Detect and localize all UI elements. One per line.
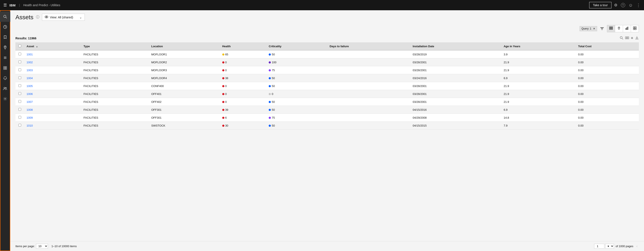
sidebar-item-team[interactable] <box>0 83 10 94</box>
add-icon[interactable]: + <box>631 36 633 41</box>
sidebar-item-settings[interactable] <box>0 94 10 104</box>
columns-icon[interactable] <box>625 36 629 41</box>
svg-point-11 <box>4 87 5 88</box>
col-header-installation-date[interactable]: Installation Date <box>410 42 501 50</box>
help-icon[interactable]: ? <box>621 3 625 7</box>
cell-asset-id[interactable]: 1001 <box>24 50 81 58</box>
cell-asset-id[interactable]: 1002 <box>24 58 81 66</box>
col-header-age[interactable]: Age in Years <box>501 42 576 50</box>
table-view-button[interactable] <box>607 25 615 32</box>
row-checkbox-cell[interactable] <box>16 50 24 58</box>
row-checkbox-cell[interactable] <box>16 90 24 98</box>
col-header-days-to-failure[interactable]: Days to failure <box>327 42 410 50</box>
row-checkbox-cell[interactable] <box>16 58 24 66</box>
filter-button[interactable] <box>599 25 605 32</box>
row-checkbox-cell[interactable] <box>16 122 24 130</box>
row-checkbox[interactable] <box>18 92 21 95</box>
row-checkbox[interactable] <box>18 124 21 127</box>
row-checkbox[interactable] <box>18 100 21 103</box>
col-header-type[interactable]: Type <box>81 42 148 50</box>
cell-asset-id[interactable]: 1005 <box>24 82 81 90</box>
cell-age: 7.9 <box>501 122 576 130</box>
asset-link[interactable]: 1007 <box>26 100 33 103</box>
col-header-location[interactable]: Location <box>148 42 220 50</box>
row-checkbox-cell[interactable] <box>16 106 24 114</box>
sidebar-item-history[interactable] <box>0 22 10 32</box>
cell-criticality: 75 <box>266 66 327 74</box>
settings-icon[interactable]: ⚙ <box>614 3 618 7</box>
svg-rect-23 <box>633 27 634 28</box>
select-all-header[interactable] <box>16 42 24 50</box>
items-per-page-select[interactable]: 10 20 50 100 <box>36 244 48 249</box>
export-icon[interactable] <box>635 36 639 41</box>
hamburger-menu[interactable]: ☰ <box>4 3 7 7</box>
cell-asset-id[interactable]: 1010 <box>24 122 81 130</box>
query-tag[interactable]: Query: 1 ✕ <box>580 26 597 31</box>
cell-asset-id[interactable]: 1006 <box>24 90 81 98</box>
map-view-button[interactable] <box>615 25 623 32</box>
row-checkbox[interactable] <box>18 116 21 119</box>
cell-asset-id[interactable]: 1008 <box>24 106 81 114</box>
asset-link[interactable]: 1010 <box>26 124 33 127</box>
cell-asset-id[interactable]: 1003 <box>24 66 81 74</box>
col-header-health[interactable]: Health <box>220 42 266 50</box>
take-tour-button[interactable]: Take a tour <box>589 2 611 8</box>
svg-rect-26 <box>635 28 636 30</box>
prev-page-button[interactable]: ‹ <box>635 244 639 249</box>
sidebar-item-notifications[interactable] <box>0 73 10 83</box>
sidebar-item-list[interactable] <box>0 53 10 63</box>
cell-criticality: 50 <box>266 74 327 82</box>
card-view-button[interactable] <box>631 25 639 32</box>
chart-view-button[interactable] <box>623 25 631 32</box>
cell-asset-id[interactable]: 1004 <box>24 74 81 82</box>
asset-link[interactable]: 1004 <box>26 76 33 80</box>
asset-link[interactable]: 1003 <box>26 69 33 72</box>
col-header-asset[interactable]: Asset ▲ <box>24 42 81 50</box>
row-checkbox[interactable] <box>18 108 21 111</box>
asset-link[interactable]: 1009 <box>26 116 33 119</box>
sort-icon-asset: ▲ <box>36 45 38 48</box>
row-checkbox[interactable] <box>18 60 21 63</box>
row-checkbox[interactable] <box>18 53 21 55</box>
svg-line-28 <box>622 38 623 39</box>
row-checkbox-cell[interactable] <box>16 74 24 82</box>
sidebar-item-search[interactable] <box>0 11 10 22</box>
svg-rect-30 <box>627 37 628 39</box>
row-checkbox-cell[interactable] <box>16 66 24 74</box>
col-header-total-cost[interactable]: Total Cost <box>576 42 639 50</box>
sidebar-item-grid[interactable] <box>0 63 10 73</box>
asset-link[interactable]: 1005 <box>26 84 33 88</box>
info-icon[interactable]: ⓘ <box>36 15 40 19</box>
row-checkbox[interactable] <box>18 84 21 87</box>
asset-link[interactable]: 1001 <box>26 53 33 56</box>
cell-install-date: 03/28/2019 <box>410 50 501 58</box>
cell-type: FACILITIES <box>81 50 148 58</box>
row-checkbox[interactable] <box>18 68 21 71</box>
sidebar-item-bookmark[interactable] <box>0 32 10 42</box>
cell-asset-id[interactable]: 1009 <box>24 114 81 122</box>
asset-link[interactable]: 1006 <box>26 92 33 96</box>
search-results-icon[interactable] <box>620 36 624 41</box>
page-chevron-select[interactable]: ▾ <box>605 244 614 249</box>
items-per-page-label: Items per page: <box>16 245 35 248</box>
cell-asset-id[interactable]: 1007 <box>24 98 81 106</box>
row-checkbox-cell[interactable] <box>16 114 24 122</box>
col-header-criticality[interactable]: Criticality <box>266 42 327 50</box>
cell-location: MOFLOOR4 <box>148 74 220 82</box>
cell-health: 6 <box>220 114 266 122</box>
sidebar-item-location[interactable] <box>0 42 10 53</box>
overflow-icon[interactable]: ⋮ <box>636 2 640 8</box>
view-selector[interactable]: View: All (shared) ⌄ <box>42 14 85 21</box>
cell-location: OFF402 <box>148 98 220 106</box>
select-all-checkbox[interactable] <box>18 44 21 47</box>
page-input[interactable] <box>594 244 604 249</box>
asset-link[interactable]: 1008 <box>26 108 33 111</box>
user-icon[interactable]: ☺ <box>628 3 633 8</box>
query-tag-close[interactable]: ✕ <box>593 27 595 30</box>
row-checkbox-cell[interactable] <box>16 82 24 90</box>
items-per-page: Items per page: 10 20 50 100 <box>16 244 48 249</box>
row-checkbox[interactable] <box>18 76 21 79</box>
asset-link[interactable]: 1002 <box>26 61 33 64</box>
cell-type: FACILITIES <box>81 90 148 98</box>
row-checkbox-cell[interactable] <box>16 98 24 106</box>
